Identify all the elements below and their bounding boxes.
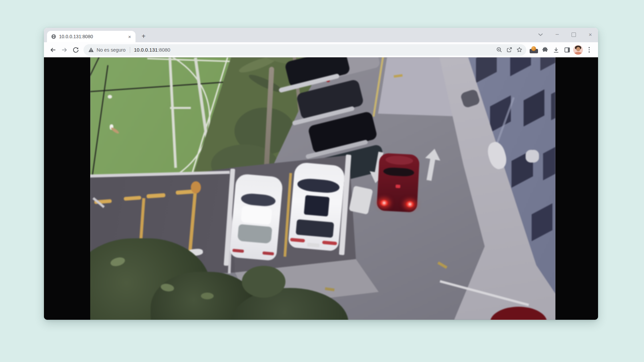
close-icon[interactable]: × bbox=[589, 32, 592, 38]
letterbox-right bbox=[555, 57, 598, 320]
url-port: :8080 bbox=[158, 47, 170, 53]
car-sunroof bbox=[304, 195, 330, 217]
tree-highlight bbox=[201, 293, 214, 299]
browser-tab[interactable]: 10.0.0.131:8080 × bbox=[47, 31, 136, 42]
profile-avatar bbox=[573, 45, 583, 55]
camera-extension-button[interactable] bbox=[528, 44, 539, 56]
download-icon bbox=[553, 47, 559, 53]
zoom-button[interactable] bbox=[494, 45, 504, 55]
goal-bar bbox=[170, 107, 191, 109]
building-window bbox=[510, 57, 531, 76]
red-car bbox=[377, 153, 420, 213]
video-scene bbox=[90, 57, 555, 320]
back-arrow-icon bbox=[50, 47, 56, 53]
zoom-icon bbox=[496, 47, 502, 53]
back-button[interactable] bbox=[47, 44, 59, 56]
car-rear-window bbox=[237, 224, 272, 244]
building-window bbox=[524, 89, 544, 127]
omnibox-divider bbox=[130, 47, 130, 53]
orange-object bbox=[191, 181, 201, 193]
tab-close-icon[interactable]: × bbox=[126, 34, 133, 40]
side-panel-icon bbox=[564, 47, 571, 53]
browser-toolbar: No es seguro 10.0.0.131:8080 bbox=[44, 42, 598, 57]
forward-button[interactable] bbox=[59, 44, 70, 56]
extensions-button[interactable] bbox=[539, 44, 550, 56]
new-tab-button[interactable]: + bbox=[139, 32, 148, 41]
browser-window: 10.0.0.131:8080 × + – × bbox=[44, 28, 598, 320]
palm-frond bbox=[247, 72, 284, 95]
page-content bbox=[44, 57, 598, 320]
building-window bbox=[551, 85, 555, 120]
camera-extension-icon bbox=[530, 46, 538, 53]
share-icon bbox=[506, 47, 513, 53]
side-panel-button[interactable] bbox=[561, 44, 573, 56]
chevron-down-icon[interactable] bbox=[538, 33, 543, 36]
security-label[interactable]: No es seguro bbox=[97, 47, 125, 53]
downloads-button[interactable] bbox=[550, 44, 561, 56]
white-car-right bbox=[288, 162, 345, 251]
building-window bbox=[543, 143, 555, 180]
extensions-puzzle-icon bbox=[542, 47, 548, 53]
building-window bbox=[540, 57, 555, 71]
bookmark-star-icon bbox=[516, 47, 523, 53]
white-car-left bbox=[229, 173, 283, 261]
url-host: 10.0.0.131 bbox=[134, 47, 158, 53]
profile-button[interactable] bbox=[573, 44, 584, 56]
menu-dots-icon bbox=[589, 47, 590, 53]
window-controls: – × bbox=[538, 28, 592, 42]
ball bbox=[108, 95, 112, 99]
globe-favicon-icon bbox=[51, 34, 56, 39]
forward-arrow-icon bbox=[61, 47, 68, 53]
car-rear-window bbox=[296, 219, 334, 238]
building-window bbox=[532, 203, 552, 241]
brake-light-center bbox=[395, 185, 400, 188]
tree-canopy-small bbox=[242, 266, 285, 298]
camera-video-stream[interactable] bbox=[90, 57, 555, 320]
maximize-icon[interactable] bbox=[572, 33, 576, 37]
address-bar[interactable]: No es seguro 10.0.0.131:8080 bbox=[84, 44, 526, 56]
arrow-shaft bbox=[427, 158, 435, 181]
reload-button[interactable] bbox=[70, 44, 82, 56]
reload-icon bbox=[72, 47, 79, 53]
letterbox-left bbox=[44, 57, 90, 320]
car-roof bbox=[241, 205, 272, 225]
url-text: 10.0.0.131:8080 bbox=[134, 47, 170, 53]
warning-triangle-icon bbox=[88, 47, 94, 52]
menu-button[interactable] bbox=[584, 44, 595, 56]
tab-title: 10.0.0.131:8080 bbox=[59, 34, 126, 39]
bookmark-button[interactable] bbox=[514, 45, 524, 55]
tab-strip: 10.0.0.131:8080 × + – × bbox=[44, 28, 598, 42]
minimize-icon[interactable]: – bbox=[556, 31, 559, 37]
building-window bbox=[476, 57, 497, 83]
share-button[interactable] bbox=[504, 45, 514, 55]
sidewalk-white-object bbox=[526, 150, 539, 163]
